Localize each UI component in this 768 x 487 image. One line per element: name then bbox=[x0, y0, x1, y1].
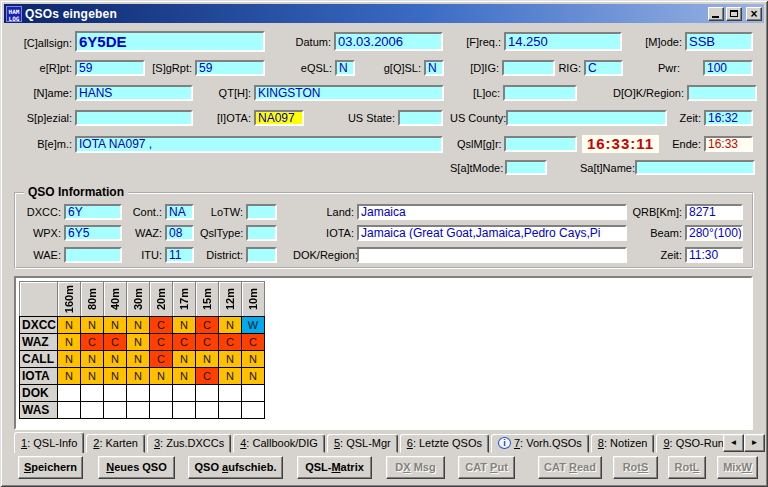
itu-field[interactable]: 11 bbox=[165, 247, 194, 263]
iota-info-field[interactable]: Jamaica (Great Goat,Jamaica,Pedro Cays,P… bbox=[357, 225, 627, 241]
matrix-cell bbox=[172, 401, 196, 419]
cont-field[interactable]: NA bbox=[165, 204, 194, 220]
dx-msg-button: DX Msg bbox=[386, 456, 445, 479]
qso-aufschieben-button[interactable]: QSO aufschieb. bbox=[188, 456, 283, 479]
matrix-cell: C bbox=[149, 350, 173, 368]
ende-field[interactable]: 16:33 bbox=[704, 136, 753, 152]
tab-notizen[interactable]: 8: Notizen bbox=[591, 434, 655, 453]
sgrpt-label: [S]gRpt: bbox=[140, 62, 192, 74]
gqsl-field[interactable]: N bbox=[424, 60, 444, 76]
sgrpt-field[interactable]: 59 bbox=[195, 60, 265, 76]
app-icon-line1: HAM bbox=[7, 8, 21, 15]
pwr-field[interactable]: 100 bbox=[703, 60, 753, 76]
qso-entry-window: HAM LOG QSOs eingeben × [C]allsign: 6Y5D… bbox=[0, 0, 768, 487]
erpt-field[interactable]: 59 bbox=[75, 60, 145, 76]
dok-region-info-label: DOK/Region: bbox=[293, 249, 354, 261]
dxcc-field[interactable]: 6Y bbox=[64, 204, 122, 220]
matrix-cell bbox=[218, 384, 242, 402]
matrix-band-label: 15m bbox=[201, 288, 213, 310]
minimize-button[interactable] bbox=[708, 7, 724, 21]
dig-label: [D]IG: bbox=[455, 62, 499, 74]
cont-label: Cont.: bbox=[121, 206, 162, 218]
dxcc-label: DXCC: bbox=[16, 206, 61, 218]
live-clock: 16:33:11 bbox=[582, 135, 659, 153]
tab-scroll-right-icon[interactable]: ► bbox=[744, 434, 765, 452]
spezial-field[interactable] bbox=[75, 110, 193, 126]
matrix-band-header: 17m bbox=[172, 281, 196, 317]
eqsl-field[interactable]: N bbox=[335, 60, 355, 76]
maximize-button[interactable] bbox=[726, 7, 742, 21]
callsign-field[interactable]: 6Y5DE bbox=[75, 31, 265, 52]
qsltype-field[interactable] bbox=[246, 225, 277, 241]
satname-field[interactable] bbox=[635, 160, 755, 175]
beam-field[interactable]: 280°(100) bbox=[685, 225, 743, 241]
tab-scroll-left-icon[interactable]: ◄ bbox=[723, 434, 744, 452]
qsl-matrix-button[interactable]: QSL-Matrix bbox=[297, 456, 372, 479]
matrix-header-row: 160m80m40m30m20m17m15m12m10m bbox=[19, 281, 265, 317]
us-state-field[interactable] bbox=[398, 110, 443, 126]
neues-qso-button[interactable]: Neues QSO bbox=[98, 456, 175, 479]
matrix-cell: N bbox=[103, 350, 127, 368]
tab-qso-runde[interactable]: 9: QSO-Runde bbox=[656, 434, 728, 453]
tab-qsl-mgr[interactable]: 5: QSL-Mgr bbox=[327, 434, 398, 453]
matrix-cell bbox=[126, 401, 150, 419]
iota-field[interactable]: NA097 bbox=[254, 110, 304, 126]
us-county-field[interactable] bbox=[506, 110, 667, 126]
dig-field[interactable] bbox=[502, 60, 555, 76]
rots-button: RotS bbox=[613, 456, 658, 479]
window-title: QSOs eingeben bbox=[25, 7, 706, 21]
itu-label: ITU: bbox=[121, 249, 162, 261]
matrix-cell: N bbox=[218, 316, 242, 334]
bem-field[interactable]: IOTA NA097 , bbox=[75, 136, 443, 153]
qrb-field[interactable]: 8271 bbox=[685, 204, 743, 220]
wpx-label: WPX: bbox=[16, 227, 61, 239]
qth-field[interactable]: KINGSTON bbox=[254, 85, 444, 101]
matrix-cell: C bbox=[218, 333, 242, 351]
tab-qsl-info[interactable]: 1: QSL-Info bbox=[14, 432, 84, 453]
matrix-band-header: 160m bbox=[57, 281, 81, 317]
lotw-field[interactable] bbox=[246, 204, 277, 220]
matrix-cell: N bbox=[126, 350, 150, 368]
matrix-band-header: 80m bbox=[80, 281, 104, 317]
matrix-cell: N bbox=[218, 350, 242, 368]
qso-information-title: QSO Information bbox=[24, 185, 128, 199]
spezial-label: S[p]ezial: bbox=[8, 112, 72, 124]
wae-field[interactable] bbox=[64, 247, 122, 263]
matrix-cell: N bbox=[103, 316, 127, 334]
date-field[interactable]: 03.03.2006 bbox=[334, 32, 443, 51]
close-button[interactable]: × bbox=[746, 7, 762, 21]
speichern-button[interactable]: Speichern bbox=[18, 456, 83, 479]
district-field[interactable] bbox=[246, 247, 277, 263]
eqsl-label: eQSL: bbox=[292, 62, 332, 74]
zeit-field[interactable]: 16:32 bbox=[704, 110, 753, 126]
land-field[interactable]: Jamaica bbox=[357, 204, 627, 220]
mode-field[interactable]: SSB bbox=[685, 32, 753, 51]
tab-vorh-qsos[interactable]: i7: Vorh.QSOs bbox=[491, 434, 589, 453]
matrix-cell: N bbox=[57, 333, 81, 351]
loc-field[interactable] bbox=[503, 85, 577, 101]
dok-region-info-field[interactable] bbox=[357, 247, 627, 263]
tab-karten[interactable]: 2: Karten bbox=[86, 434, 145, 453]
tab-letzte-qsos[interactable]: 6: Letzte QSOs bbox=[400, 434, 489, 453]
matrix-cell: N bbox=[195, 350, 219, 368]
matrix-row: WAS bbox=[19, 401, 265, 419]
app-icon-line2: LOG bbox=[7, 15, 21, 22]
matrix-cell bbox=[149, 384, 173, 402]
tab-callbook-dig[interactable]: 4: Callbook/DIG bbox=[233, 434, 325, 453]
matrix-cell: C bbox=[195, 316, 219, 334]
matrix-cell bbox=[57, 384, 81, 402]
tab-zus-dxccs[interactable]: 3: Zus.DXCCs bbox=[147, 434, 231, 453]
matrix-band-label: 10m bbox=[247, 288, 259, 310]
zeit-info-field[interactable]: 11:30 bbox=[685, 247, 743, 263]
name-field[interactable]: HANS bbox=[75, 85, 193, 101]
freq-label: [F]req.: bbox=[452, 36, 501, 48]
waz-field[interactable]: 08 bbox=[165, 225, 194, 241]
satmode-field[interactable] bbox=[505, 160, 547, 175]
wpx-field[interactable]: 6Y5 bbox=[64, 225, 122, 241]
rig-field[interactable]: C bbox=[584, 60, 623, 76]
zeit-label: Zeit: bbox=[668, 112, 701, 124]
qslmgr-field[interactable] bbox=[504, 136, 577, 152]
freq-field[interactable]: 14.250 bbox=[504, 32, 622, 51]
lotw-label: LoTW: bbox=[200, 206, 243, 218]
dok-region-field[interactable] bbox=[687, 85, 757, 101]
